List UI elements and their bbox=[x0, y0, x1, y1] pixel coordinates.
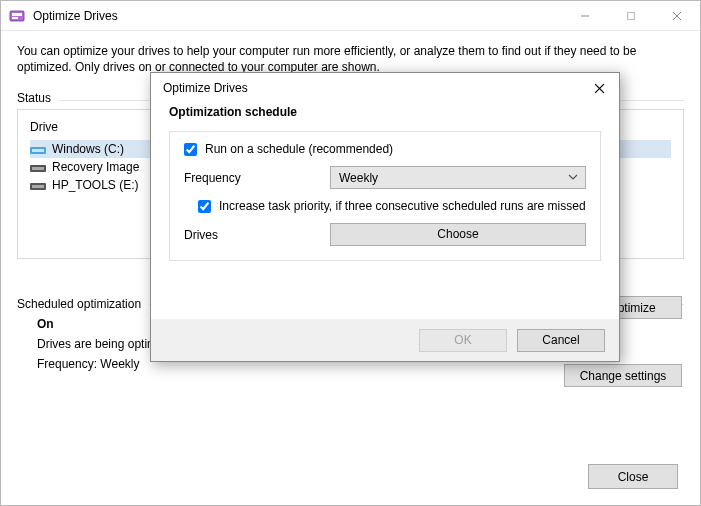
svg-rect-1 bbox=[12, 13, 22, 16]
main-titlebar: Optimize Drives bbox=[1, 1, 700, 31]
drive-icon bbox=[30, 161, 46, 173]
ok-button[interactable]: OK bbox=[419, 329, 507, 352]
frequency-value: Weekly bbox=[339, 171, 378, 185]
close-button-row: Close bbox=[588, 464, 678, 489]
run-on-schedule-row: Run on a schedule (recommended) bbox=[184, 142, 586, 156]
run-on-schedule-checkbox[interactable] bbox=[184, 143, 197, 156]
drive-icon bbox=[30, 143, 46, 155]
close-icon bbox=[594, 83, 605, 94]
close-window-button[interactable]: Close bbox=[588, 464, 678, 489]
cancel-button[interactable]: Cancel bbox=[517, 329, 605, 352]
dialog-footer: OK Cancel bbox=[151, 319, 619, 361]
dialog-heading: Optimization schedule bbox=[169, 105, 601, 119]
increase-priority-checkbox[interactable] bbox=[198, 200, 211, 213]
close-button[interactable] bbox=[654, 1, 700, 30]
dialog-titlebar: Optimize Drives bbox=[151, 73, 619, 103]
change-settings-button[interactable]: Change settings bbox=[564, 364, 682, 387]
schedule-group: Run on a schedule (recommended) Frequenc… bbox=[169, 131, 601, 261]
chevron-down-icon bbox=[567, 170, 579, 187]
svg-rect-4 bbox=[628, 12, 635, 19]
run-on-schedule-label[interactable]: Run on a schedule (recommended) bbox=[205, 142, 393, 156]
scheduled-optimization-label: Scheduled optimization bbox=[17, 297, 141, 311]
app-icon bbox=[9, 8, 25, 24]
drive-label: Recovery Image bbox=[52, 160, 139, 174]
frequency-row: Frequency Weekly bbox=[184, 166, 586, 189]
drive-label: Windows (C:) bbox=[52, 142, 124, 156]
dialog-close-button[interactable] bbox=[579, 73, 619, 103]
dialog-title: Optimize Drives bbox=[163, 81, 579, 95]
drives-label: Drives bbox=[184, 228, 330, 242]
status-label: Status bbox=[17, 91, 51, 105]
main-title: Optimize Drives bbox=[33, 9, 562, 23]
frequency-dropdown[interactable]: Weekly bbox=[330, 166, 586, 189]
change-settings-row: Change settings bbox=[564, 364, 682, 387]
frequency-label: Frequency bbox=[184, 171, 330, 185]
maximize-button[interactable] bbox=[608, 1, 654, 30]
drives-row: Drives Choose bbox=[184, 223, 586, 246]
choose-drives-button[interactable]: Choose bbox=[330, 223, 586, 246]
increase-priority-row: Increase task priority, if three consecu… bbox=[198, 199, 586, 213]
svg-rect-8 bbox=[32, 149, 44, 152]
svg-rect-10 bbox=[32, 167, 44, 170]
intro-text: You can optimize your drives to help you… bbox=[17, 43, 684, 75]
drive-icon bbox=[30, 179, 46, 191]
increase-priority-label[interactable]: Increase task priority, if three consecu… bbox=[219, 199, 586, 213]
minimize-button[interactable] bbox=[562, 1, 608, 30]
drive-label: HP_TOOLS (E:) bbox=[52, 178, 138, 192]
svg-rect-12 bbox=[32, 185, 44, 188]
optimization-schedule-dialog: Optimize Drives Optimization schedule Ru… bbox=[150, 72, 620, 362]
dialog-body: Optimization schedule Run on a schedule … bbox=[151, 103, 619, 261]
svg-rect-2 bbox=[12, 17, 18, 19]
